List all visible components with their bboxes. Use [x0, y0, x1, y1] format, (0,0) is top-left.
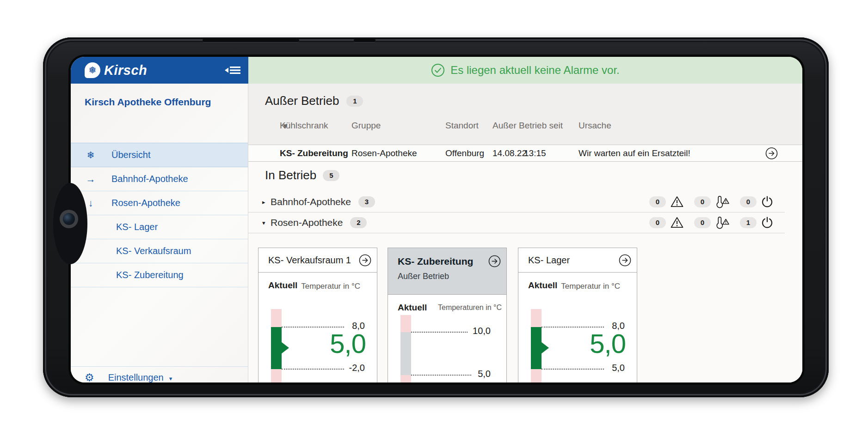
- nav-label: Übersicht: [111, 150, 150, 160]
- gauge-min-label: 5,0: [592, 363, 625, 373]
- card-header: KS- Verkaufsraum 1: [259, 248, 377, 273]
- power-count-badge: 1: [740, 217, 757, 228]
- section-title-text: Außer Betrieb: [265, 94, 339, 108]
- collapse-menu-icon: [224, 65, 241, 75]
- in-service-section: In Betrieb 5 ▸ Bahnhof-Apotheke 3 0: [248, 162, 802, 382]
- fridge-card-ks-lager[interactable]: KS- Lager Aktuell: [518, 248, 637, 382]
- logo-snowflake-icon: ❅: [85, 62, 100, 78]
- count-badge: 5: [323, 170, 339, 181]
- count-badge: 3: [358, 196, 375, 207]
- card-title: KS- Lager: [528, 255, 570, 266]
- column-gruppe: Gruppe: [351, 121, 381, 131]
- card-title: KS- Zubereitung: [398, 256, 473, 267]
- group-label: Rosen-Apotheke 2: [271, 217, 367, 228]
- nav-label: KS- Verkaufsraum: [116, 246, 191, 256]
- gauge-ok-zone: [531, 327, 542, 369]
- group-row-bahnhof-apotheke[interactable]: ▸ Bahnhof-Apotheke 3 0: [248, 191, 785, 212]
- group-row-rosen-apotheke[interactable]: ▾ Rosen-Apotheke 2 0: [248, 212, 785, 233]
- camera-notch: [53, 183, 87, 264]
- gauge-alarm-zone-bottom: [531, 369, 542, 382]
- card-detail-arrow-button[interactable]: [359, 254, 371, 267]
- power-icon: [761, 195, 774, 208]
- group-counters: 0 0: [649, 195, 774, 208]
- table-row[interactable]: KS- Zubereitung Rosen-Apotheke Offenburg…: [248, 145, 802, 161]
- group-name: Bahnhof-Apotheke: [271, 196, 351, 207]
- unit-label: Temperatur in °C: [301, 282, 360, 291]
- count-badge: 1: [346, 96, 363, 107]
- main-content: Außer Betrieb 1 Kühlschrank▾ Gruppe Stan…: [248, 84, 802, 382]
- row-detail-arrow-button[interactable]: [765, 147, 778, 159]
- warning-triangle-icon: [670, 195, 684, 208]
- sidebar-item-rosen-apotheke[interactable]: ↓ Rosen-Apotheke: [71, 191, 248, 215]
- brand-bar: ❅ Kirsch: [71, 57, 248, 84]
- collapse-sidebar-button[interactable]: [224, 65, 241, 75]
- cell-location: Offenburg: [445, 148, 484, 158]
- power-count-badge: 0: [740, 196, 757, 207]
- arrow-right-icon: →: [85, 174, 97, 185]
- sidebar-nav: ❄ Übersicht → Bahnhof-Apotheke ↓ Rosen-A…: [71, 143, 248, 287]
- kirsch-logo: ❅ Kirsch: [85, 62, 147, 78]
- device-power-button: [354, 39, 376, 42]
- out-of-service-title: Außer Betrieb 1: [265, 94, 363, 108]
- group-counters: 0 0: [649, 216, 774, 229]
- group-name: Rosen-Apotheke: [271, 217, 343, 228]
- current-temperature-value: 5,0: [555, 330, 626, 357]
- temp-alarm-count-badge: 0: [694, 196, 711, 207]
- gauge-min-label: -2,0: [332, 363, 365, 373]
- gauge-alarm-zone-bottom: [400, 375, 411, 382]
- card-header: KS- Lager: [518, 248, 637, 273]
- sidebar-title: Kirsch Apotheke Offenburg: [85, 97, 211, 108]
- status-badge: Außer Betrieb: [398, 272, 501, 281]
- nav-label: Bahnhof-Apotheke: [111, 174, 188, 184]
- sidebar-item-ks-lager[interactable]: KS- Lager: [71, 215, 248, 239]
- cell-group: Rosen-Apotheke: [351, 148, 417, 158]
- sidebar-item-einstellungen[interactable]: ⚙ Einstellungen ▾: [71, 366, 248, 382]
- cell-cause: Wir warten auf ein Ersatzteil!: [579, 148, 690, 158]
- gauge-inactive-zone: [400, 332, 411, 375]
- chevron-down-icon: ▾: [169, 372, 172, 382]
- gauge-alarm-zone-top: [531, 309, 542, 327]
- fridge-card-ks-verkaufsraum-1[interactable]: KS- Verkaufsraum 1: [258, 248, 377, 382]
- cell-fridge-name: KS- Zubereitung: [280, 148, 348, 158]
- card-title: KS- Verkaufsraum 1: [268, 255, 351, 266]
- current-temperature-value: 5,0: [295, 330, 366, 357]
- column-ursache: Ursache: [579, 121, 611, 131]
- column-ausser-betrieb-seit: Außer Betrieb seit: [492, 121, 563, 131]
- arrow-circle-icon: [619, 254, 631, 267]
- arrow-down-icon: ↓: [85, 198, 97, 209]
- footer-label: Einstellungen: [108, 372, 164, 382]
- gauge-alarm-zone-top: [271, 309, 282, 327]
- card-detail-arrow-button[interactable]: [488, 255, 501, 267]
- logo-text: Kirsch: [104, 63, 147, 78]
- device-screen: ❅ Kirsch: [71, 57, 802, 382]
- sort-caret-icon: ▾: [283, 121, 288, 131]
- arrow-circle-icon: [359, 254, 371, 267]
- card-header: KS- Zubereitung: [388, 248, 506, 295]
- aktuell-label: Aktuell: [268, 280, 297, 291]
- gauge-pointer: [541, 342, 549, 354]
- thermometer-alarm-icon: [715, 216, 730, 229]
- gauge-max-label: 10,0: [458, 326, 491, 336]
- aktuell-label: Aktuell: [528, 280, 557, 291]
- sidebar-item-ks-verkaufsraum[interactable]: KS- Verkaufsraum: [71, 239, 248, 263]
- aktuell-label: Aktuell: [398, 303, 427, 313]
- device-volume-button: [203, 39, 299, 42]
- unit-label: Temperatur in °C: [561, 282, 620, 291]
- nav-label: KS- Zubereitung: [116, 270, 184, 280]
- section-title-text: In Betrieb: [265, 168, 316, 182]
- caret-down-icon: ▾: [262, 219, 265, 226]
- card-detail-arrow-button[interactable]: [619, 254, 631, 267]
- cell-since-date: 14.08.22: [492, 148, 527, 158]
- fridge-card-ks-zubereitung[interactable]: KS- Zubereitung: [388, 248, 507, 382]
- column-standort: Standort: [445, 121, 479, 131]
- page: ❅ Kirsch: [0, 0, 868, 431]
- sidebar-item-bahnhof-apotheke[interactable]: → Bahnhof-Apotheke: [71, 167, 248, 191]
- out-of-service-section: Außer Betrieb 1 Kühlschrank▾ Gruppe Stan…: [248, 84, 802, 162]
- sidebar-item-uebersicht[interactable]: ❄ Übersicht: [71, 143, 248, 167]
- arrow-circle-icon: [488, 255, 501, 267]
- group-label: Bahnhof-Apotheke 3: [271, 196, 375, 207]
- alarm-count-badge: 0: [649, 217, 666, 228]
- gauge-pointer: [281, 342, 289, 354]
- sidebar-item-ks-zubereitung[interactable]: KS- Zubereitung: [71, 263, 248, 287]
- alert-text: Es liegen aktuell keine Alarme vor.: [450, 64, 620, 77]
